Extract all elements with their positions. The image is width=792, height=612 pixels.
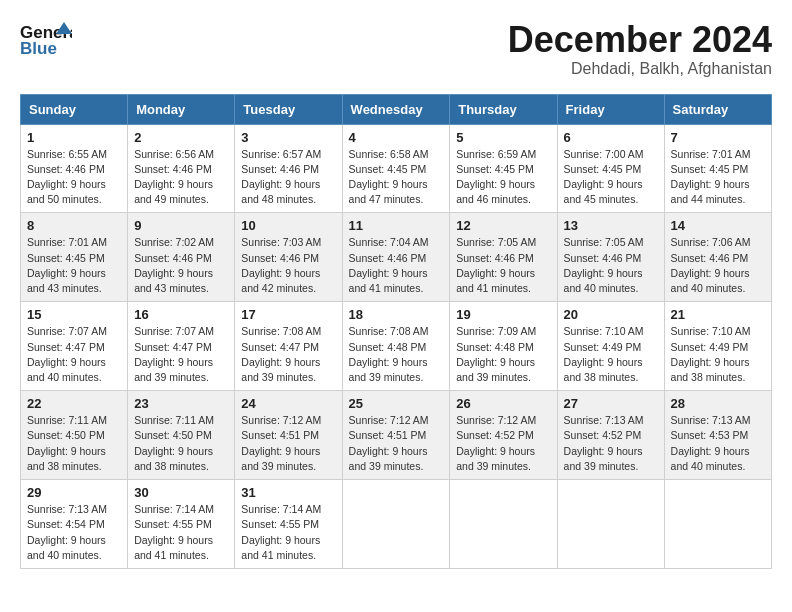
daylight-label: Daylight: 9 hours and 41 minutes. (349, 267, 428, 294)
calendar-cell: 12 Sunrise: 7:05 AM Sunset: 4:46 PM Dayl… (450, 213, 557, 302)
day-number: 27 (564, 396, 658, 411)
sunset-label: Sunset: 4:55 PM (241, 518, 319, 530)
sunrise-label: Sunrise: 7:13 AM (671, 414, 751, 426)
day-number: 3 (241, 130, 335, 145)
weekday-header-cell: Sunday (21, 94, 128, 124)
sunrise-label: Sunrise: 7:00 AM (564, 148, 644, 160)
day-number: 17 (241, 307, 335, 322)
page-header: General Blue December 2024 Dehdadi, Balk… (20, 20, 772, 78)
day-number: 2 (134, 130, 228, 145)
daylight-label: Daylight: 9 hours and 48 minutes. (241, 178, 320, 205)
day-info: Sunrise: 7:05 AM Sunset: 4:46 PM Dayligh… (564, 235, 658, 296)
sunset-label: Sunset: 4:46 PM (134, 252, 212, 264)
daylight-label: Daylight: 9 hours and 50 minutes. (27, 178, 106, 205)
day-number: 29 (27, 485, 121, 500)
day-info: Sunrise: 7:07 AM Sunset: 4:47 PM Dayligh… (27, 324, 121, 385)
day-number: 6 (564, 130, 658, 145)
daylight-label: Daylight: 9 hours and 47 minutes. (349, 178, 428, 205)
calendar-cell: 19 Sunrise: 7:09 AM Sunset: 4:48 PM Dayl… (450, 302, 557, 391)
day-number: 31 (241, 485, 335, 500)
daylight-label: Daylight: 9 hours and 46 minutes. (456, 178, 535, 205)
day-info: Sunrise: 7:12 AM Sunset: 4:51 PM Dayligh… (349, 413, 444, 474)
day-info: Sunrise: 7:03 AM Sunset: 4:46 PM Dayligh… (241, 235, 335, 296)
day-info: Sunrise: 7:13 AM Sunset: 4:52 PM Dayligh… (564, 413, 658, 474)
day-number: 5 (456, 130, 550, 145)
day-number: 22 (27, 396, 121, 411)
calendar-week-row: 15 Sunrise: 7:07 AM Sunset: 4:47 PM Dayl… (21, 302, 772, 391)
calendar-cell: 24 Sunrise: 7:12 AM Sunset: 4:51 PM Dayl… (235, 391, 342, 480)
day-number: 9 (134, 218, 228, 233)
day-info: Sunrise: 7:12 AM Sunset: 4:51 PM Dayligh… (241, 413, 335, 474)
calendar-cell: 15 Sunrise: 7:07 AM Sunset: 4:47 PM Dayl… (21, 302, 128, 391)
weekday-header-cell: Thursday (450, 94, 557, 124)
day-info: Sunrise: 7:04 AM Sunset: 4:46 PM Dayligh… (349, 235, 444, 296)
day-number: 1 (27, 130, 121, 145)
calendar-cell: 29 Sunrise: 7:13 AM Sunset: 4:54 PM Dayl… (21, 480, 128, 569)
sunset-label: Sunset: 4:49 PM (671, 341, 749, 353)
day-number: 11 (349, 218, 444, 233)
day-number: 16 (134, 307, 228, 322)
sunrise-label: Sunrise: 7:07 AM (27, 325, 107, 337)
sunrise-label: Sunrise: 7:13 AM (564, 414, 644, 426)
sunrise-label: Sunrise: 7:12 AM (241, 414, 321, 426)
sunrise-label: Sunrise: 7:09 AM (456, 325, 536, 337)
day-number: 4 (349, 130, 444, 145)
calendar-cell: 1 Sunrise: 6:55 AM Sunset: 4:46 PM Dayli… (21, 124, 128, 213)
day-number: 20 (564, 307, 658, 322)
calendar-week-row: 1 Sunrise: 6:55 AM Sunset: 4:46 PM Dayli… (21, 124, 772, 213)
daylight-label: Daylight: 9 hours and 38 minutes. (134, 445, 213, 472)
logo: General Blue (20, 20, 72, 60)
day-info: Sunrise: 6:57 AM Sunset: 4:46 PM Dayligh… (241, 147, 335, 208)
daylight-label: Daylight: 9 hours and 45 minutes. (564, 178, 643, 205)
calendar-cell: 21 Sunrise: 7:10 AM Sunset: 4:49 PM Dayl… (664, 302, 771, 391)
daylight-label: Daylight: 9 hours and 39 minutes. (241, 445, 320, 472)
sunset-label: Sunset: 4:54 PM (27, 518, 105, 530)
calendar-cell: 17 Sunrise: 7:08 AM Sunset: 4:47 PM Dayl… (235, 302, 342, 391)
sunset-label: Sunset: 4:51 PM (241, 429, 319, 441)
sunset-label: Sunset: 4:52 PM (564, 429, 642, 441)
sunset-label: Sunset: 4:55 PM (134, 518, 212, 530)
calendar-cell: 16 Sunrise: 7:07 AM Sunset: 4:47 PM Dayl… (128, 302, 235, 391)
calendar-cell: 25 Sunrise: 7:12 AM Sunset: 4:51 PM Dayl… (342, 391, 450, 480)
daylight-label: Daylight: 9 hours and 43 minutes. (134, 267, 213, 294)
sunrise-label: Sunrise: 7:10 AM (564, 325, 644, 337)
daylight-label: Daylight: 9 hours and 39 minutes. (456, 356, 535, 383)
day-info: Sunrise: 6:58 AM Sunset: 4:45 PM Dayligh… (349, 147, 444, 208)
sunset-label: Sunset: 4:45 PM (456, 163, 534, 175)
day-info: Sunrise: 7:01 AM Sunset: 4:45 PM Dayligh… (27, 235, 121, 296)
day-number: 7 (671, 130, 765, 145)
day-info: Sunrise: 7:09 AM Sunset: 4:48 PM Dayligh… (456, 324, 550, 385)
sunset-label: Sunset: 4:53 PM (671, 429, 749, 441)
calendar-table: SundayMondayTuesdayWednesdayThursdayFrid… (20, 94, 772, 569)
sunset-label: Sunset: 4:50 PM (27, 429, 105, 441)
day-number: 21 (671, 307, 765, 322)
day-info: Sunrise: 7:08 AM Sunset: 4:48 PM Dayligh… (349, 324, 444, 385)
sunset-label: Sunset: 4:48 PM (349, 341, 427, 353)
sunrise-label: Sunrise: 7:06 AM (671, 236, 751, 248)
sunrise-label: Sunrise: 7:03 AM (241, 236, 321, 248)
calendar-cell (557, 480, 664, 569)
calendar-week-row: 22 Sunrise: 7:11 AM Sunset: 4:50 PM Dayl… (21, 391, 772, 480)
sunrise-label: Sunrise: 7:07 AM (134, 325, 214, 337)
weekday-header-cell: Tuesday (235, 94, 342, 124)
day-number: 28 (671, 396, 765, 411)
sunset-label: Sunset: 4:46 PM (564, 252, 642, 264)
day-info: Sunrise: 7:00 AM Sunset: 4:45 PM Dayligh… (564, 147, 658, 208)
daylight-label: Daylight: 9 hours and 39 minutes. (349, 356, 428, 383)
day-number: 26 (456, 396, 550, 411)
day-info: Sunrise: 7:10 AM Sunset: 4:49 PM Dayligh… (564, 324, 658, 385)
day-info: Sunrise: 7:13 AM Sunset: 4:53 PM Dayligh… (671, 413, 765, 474)
calendar-cell: 6 Sunrise: 7:00 AM Sunset: 4:45 PM Dayli… (557, 124, 664, 213)
daylight-label: Daylight: 9 hours and 38 minutes. (671, 356, 750, 383)
calendar-cell: 18 Sunrise: 7:08 AM Sunset: 4:48 PM Dayl… (342, 302, 450, 391)
day-info: Sunrise: 7:02 AM Sunset: 4:46 PM Dayligh… (134, 235, 228, 296)
sunrise-label: Sunrise: 6:58 AM (349, 148, 429, 160)
sunrise-label: Sunrise: 7:02 AM (134, 236, 214, 248)
sunset-label: Sunset: 4:47 PM (134, 341, 212, 353)
sunrise-label: Sunrise: 7:01 AM (671, 148, 751, 160)
sunrise-label: Sunrise: 7:11 AM (134, 414, 214, 426)
daylight-label: Daylight: 9 hours and 39 minutes. (456, 445, 535, 472)
title-block: December 2024 Dehdadi, Balkh, Afghanista… (508, 20, 772, 78)
day-info: Sunrise: 6:55 AM Sunset: 4:46 PM Dayligh… (27, 147, 121, 208)
daylight-label: Daylight: 9 hours and 38 minutes. (564, 356, 643, 383)
